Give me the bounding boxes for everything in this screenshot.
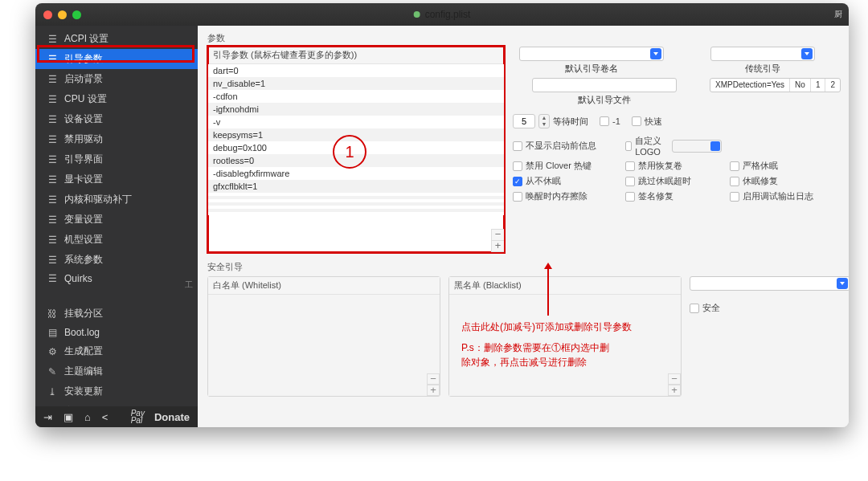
export-icon[interactable]: ⇥ <box>43 411 52 423</box>
dropdown-icon <box>801 48 813 59</box>
sidebar-item-rt-variables[interactable]: ☰变量设置 <box>35 210 198 230</box>
save-icon[interactable]: ▣ <box>63 411 73 423</box>
timeout-label: 等待时间 <box>553 116 588 128</box>
close-window-button[interactable] <box>43 10 52 19</box>
default-volume-select[interactable] <box>519 47 664 61</box>
titlebar: config.plist 厨 <box>35 3 849 26</box>
minimize-window-button[interactable] <box>58 10 67 19</box>
custom-logo-select[interactable] <box>672 140 722 153</box>
boot-arg-row[interactable]: nv_disable=1 <box>208 77 504 90</box>
boot-arg-row[interactable]: -disablegfxfirmware <box>208 167 504 180</box>
whitelist-panel: 白名单 (Whitelist) −+ <box>207 276 440 397</box>
blacklist-remove-button[interactable]: − <box>668 373 681 385</box>
tools-mount-efi[interactable]: ⛓挂载分区 <box>35 304 198 324</box>
boot-args-list[interactable]: dart=0 nv_disable=1 -cdfon -igfxnohdmi -… <box>208 64 504 252</box>
no-early-progress-checkbox[interactable]: 不显示启动前信息 <box>513 135 617 157</box>
signature-fixup-checkbox[interactable]: 签名修复 <box>625 190 722 202</box>
boot-arg-row[interactable]: -v <box>208 116 504 128</box>
donate-button[interactable]: PayPal <box>131 410 145 424</box>
list-icon: ☰ <box>47 214 58 226</box>
secure-checkbox[interactable]: 安全 <box>690 302 720 314</box>
list-icon: ☰ <box>47 273 58 284</box>
window-controls <box>43 10 81 19</box>
list-icon: ☰ <box>47 134 58 145</box>
fast-checkbox[interactable]: 快速 <box>632 116 662 128</box>
share-icon[interactable]: < <box>102 411 108 423</box>
never-hibernate-checkbox[interactable]: ✓从不休眠 <box>513 175 617 187</box>
blacklist-add-button[interactable]: + <box>668 385 681 396</box>
boot-arg-row[interactable] <box>208 212 504 215</box>
sidebar-item-disable-drivers[interactable]: ☰禁用驱动 <box>35 129 198 149</box>
timeout-input[interactable] <box>513 114 535 128</box>
home-icon[interactable]: ⌂ <box>84 411 91 423</box>
disable-clover-hotkeys-checkbox[interactable]: 禁用 Clover 热键 <box>513 160 617 172</box>
list-icon: ☰ <box>47 255 58 266</box>
sidebar-item-boot-graphics[interactable]: ☰启动背景 <box>35 69 198 89</box>
strict-hibernate-checkbox[interactable]: 严格休眠 <box>730 160 834 172</box>
tools-theme-edit[interactable]: ✎主题编辑 <box>35 361 198 381</box>
rtc-hibernate-aware-checkbox[interactable]: 唤醒时内存擦除 <box>513 190 617 202</box>
app-window: config.plist 厨 ☰ACPI 设置 ☰引导参数 ☰启动背景 ☰CPU… <box>35 3 849 427</box>
default-loader-input[interactable] <box>532 78 677 92</box>
boot-flags-grid: 不显示启动前信息 自定义 LOGO 禁用 Clover 热键 禁用恢复卷 严格休… <box>513 135 841 202</box>
dropdown-icon <box>650 48 661 59</box>
sidebar-item-cpu[interactable]: ☰CPU 设置 <box>35 89 198 109</box>
list-icon: ☰ <box>47 194 58 206</box>
sidebar-item-kernel-and-kext-patches[interactable]: ☰内核和驱动补丁 <box>35 190 198 210</box>
sidebar-item-gui[interactable]: ☰引导界面 <box>35 149 198 169</box>
sidebar-item-system-parameters[interactable]: ☰系统参数 <box>35 250 198 270</box>
boot-arg-row[interactable]: -igfxnohdmi <box>208 103 504 116</box>
sidebar-item-acpi[interactable]: ☰ACPI 设置 <box>35 29 198 49</box>
boot-arg-row[interactable]: dart=0 <box>208 64 504 77</box>
list-icon: ☰ <box>47 154 58 165</box>
boot-arg-row[interactable]: -cdfon <box>208 90 504 103</box>
debug-log-checkbox[interactable]: 启用调试输出日志 <box>730 190 834 202</box>
boot-arg-row[interactable]: keepsyms=1 <box>208 128 504 141</box>
list-icon: ☰ <box>47 174 58 185</box>
titlebar-tool-icon[interactable]: 厨 <box>834 9 842 20</box>
legacy-boot-select[interactable] <box>710 47 815 61</box>
sidebar-item-graphics[interactable]: ☰显卡设置 <box>35 169 198 190</box>
secure-boot-mode-select[interactable] <box>690 276 849 291</box>
custom-logo-checkbox[interactable]: 自定义 LOGO <box>625 135 722 157</box>
xmp-seg-no[interactable]: No <box>790 79 811 92</box>
skip-hibernate-timeout-checkbox[interactable]: 跳过休眠超时 <box>625 175 722 187</box>
secure-boot-section: 安全引导 白名单 (Whitelist) −+ 黑名单 (Blacklist) … <box>207 261 849 397</box>
list-icon: ☰ <box>47 114 58 125</box>
donate-label[interactable]: Donate <box>154 411 190 423</box>
timeout-stepper[interactable]: ▲▼ <box>538 114 550 128</box>
whitelist-remove-button[interactable]: − <box>427 373 440 385</box>
download-icon: ⤓ <box>47 386 58 397</box>
timeout-control: ▲▼ 等待时间 <box>513 114 588 128</box>
sidebar: ☰ACPI 设置 ☰引导参数 ☰启动背景 ☰CPU 设置 ☰设备设置 ☰禁用驱动… <box>35 26 198 427</box>
tools-bootlog[interactable]: ▤Boot.log <box>35 324 198 341</box>
whitelist-add-button[interactable]: + <box>427 385 440 396</box>
tools-install-update[interactable]: ⤓安装更新 <box>35 381 198 402</box>
boot-arg-row[interactable]: gfxcflbklt=1 <box>208 180 504 193</box>
sidebar-tool-icon[interactable]: 工 <box>185 279 193 291</box>
mount-icon: ⛓ <box>47 308 58 320</box>
xmp-seg-yes[interactable]: XMPDetection=Yes <box>710 79 790 92</box>
saved-indicator-icon <box>414 11 420 18</box>
xmp-seg-1[interactable]: 1 <box>811 79 826 92</box>
blacklist-body[interactable] <box>449 295 681 396</box>
sidebar-item-devices[interactable]: ☰设备设置 <box>35 109 198 129</box>
boot-settings-column: 默认引导卷名 传统引导 默认引导文件 XMPDetect <box>513 47 841 202</box>
tools-generate-config[interactable]: ⚙生成配置 <box>35 341 198 361</box>
add-arg-button[interactable]: + <box>492 241 504 252</box>
disable-recovery-checkbox[interactable]: 禁用恢复卷 <box>625 160 722 172</box>
sidebar-item-quirks[interactable]: ☰Quirks <box>35 270 198 287</box>
boot-arg-row[interactable]: rootless=0 <box>208 154 504 167</box>
sidebar-item-smbios[interactable]: ☰机型设置 <box>35 230 198 250</box>
list-icon: ☰ <box>47 94 58 105</box>
hibernation-fixup-checkbox[interactable]: 休眠修复 <box>730 175 834 187</box>
whitelist-body[interactable] <box>208 295 440 396</box>
xmp-seg-2[interactable]: 2 <box>825 79 840 92</box>
zoom-window-button[interactable] <box>72 10 81 19</box>
args-plus-minus: − + <box>491 229 504 252</box>
sidebar-item-boot-args[interactable]: ☰引导参数 <box>35 49 198 69</box>
titlebar-title: config.plist <box>414 9 471 20</box>
xmp-segmented-control[interactable]: XMPDetection=Yes No 1 2 <box>710 78 841 92</box>
neg1-checkbox[interactable]: -1 <box>600 116 620 126</box>
boot-arg-row[interactable]: debug=0x100 <box>208 141 504 154</box>
